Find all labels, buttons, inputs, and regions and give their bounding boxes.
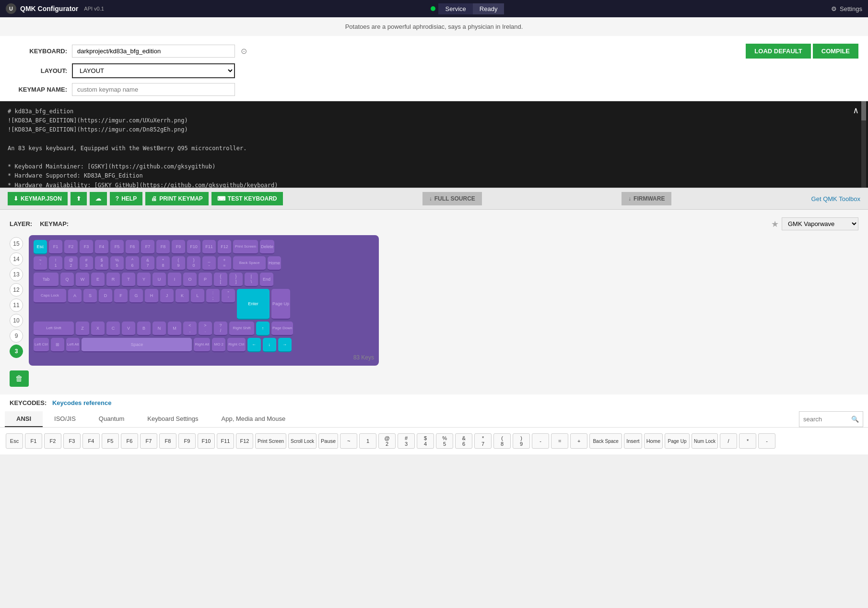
kc-f11[interactable]: F11 bbox=[217, 433, 234, 449]
test-keyboard-button[interactable]: ⌨ TEST KEYBOARD bbox=[211, 192, 283, 205]
load-default-button[interactable]: LOAD DEFAULT bbox=[746, 44, 810, 59]
key-p[interactable]: P bbox=[199, 273, 212, 287]
kc-7[interactable]: *7 bbox=[474, 433, 492, 449]
key-mo2[interactable]: MO 2 bbox=[212, 338, 225, 352]
ready-button[interactable]: Ready bbox=[473, 3, 504, 14]
key-3[interactable]: #3 bbox=[80, 256, 93, 271]
key-f[interactable]: F bbox=[114, 289, 128, 303]
key-backspace[interactable]: Back Space bbox=[233, 256, 266, 271]
key-r[interactable]: R bbox=[106, 273, 120, 287]
key-f5[interactable]: F5 bbox=[110, 240, 124, 254]
key-pagedown[interactable]: Page Down bbox=[271, 322, 293, 336]
key-z[interactable]: Z bbox=[76, 322, 89, 336]
key-8[interactable]: *8 bbox=[156, 256, 170, 271]
key-right-alt[interactable]: Right Alt bbox=[194, 338, 210, 352]
layer-14[interactable]: 14 bbox=[10, 252, 23, 266]
key-right-ctrl[interactable]: Right Ctrl bbox=[227, 338, 245, 352]
key-f7[interactable]: F7 bbox=[141, 240, 154, 254]
readme-collapse-button[interactable]: ∧ bbox=[853, 105, 858, 115]
kc-f9[interactable]: F9 bbox=[178, 433, 196, 449]
key-down[interactable]: ↓ bbox=[263, 338, 276, 352]
firmware-button[interactable]: ↓ FIRMWARE bbox=[622, 192, 671, 205]
get-toolbox-link[interactable]: Get QMK Toolbox bbox=[811, 195, 860, 203]
kc-2[interactable]: @2 bbox=[378, 433, 396, 449]
key-delete[interactable]: Delete bbox=[260, 240, 274, 254]
key-left-ctrl[interactable]: Left Ctrl bbox=[34, 338, 49, 352]
kc-pause[interactable]: Pause bbox=[318, 433, 338, 449]
tab-ansi[interactable]: ANSI bbox=[5, 411, 43, 427]
key-f6[interactable]: F6 bbox=[126, 240, 139, 254]
key-u[interactable]: U bbox=[152, 273, 166, 287]
keycodes-search-input[interactable] bbox=[803, 416, 851, 423]
keyboard-select[interactable]: darkproject/kd83a_bfg_edition bbox=[72, 45, 235, 58]
key-i[interactable]: I bbox=[168, 273, 181, 287]
key-f3[interactable]: F3 bbox=[80, 240, 93, 254]
key-f11[interactable]: F11 bbox=[202, 240, 216, 254]
layer-10[interactable]: 10 bbox=[10, 314, 23, 327]
key-0[interactable]: )0 bbox=[187, 256, 200, 271]
kc-num-mult[interactable]: * bbox=[739, 433, 756, 449]
key-equals[interactable]: += bbox=[218, 256, 231, 271]
key-f2[interactable]: F2 bbox=[64, 240, 78, 254]
key-quote[interactable]: "' bbox=[222, 289, 235, 303]
key-7[interactable]: &7 bbox=[141, 256, 154, 271]
kc-print-screen[interactable]: Print Screen bbox=[255, 433, 286, 449]
key-capslock[interactable]: Caps Lock bbox=[34, 289, 66, 303]
key-9[interactable]: (9 bbox=[172, 256, 185, 271]
key-c[interactable]: C bbox=[106, 322, 120, 336]
tab-keyboard-settings[interactable]: Keyboard Settings bbox=[136, 411, 210, 427]
key-2[interactable]: @2 bbox=[64, 256, 78, 271]
key-f1[interactable]: F1 bbox=[49, 240, 62, 254]
kc-f7[interactable]: F7 bbox=[140, 433, 157, 449]
key-f12[interactable]: F12 bbox=[218, 240, 231, 254]
key-m[interactable]: M bbox=[168, 322, 181, 336]
key-t[interactable]: T bbox=[122, 273, 135, 287]
key-h[interactable]: H bbox=[145, 289, 158, 303]
keycodes-reference-link[interactable]: Keycodes reference bbox=[52, 399, 112, 406]
download-keymap-button[interactable]: ⬇ KEYMAP.JSON bbox=[8, 192, 68, 205]
full-source-button[interactable]: ↓ FULL SOURCE bbox=[422, 192, 482, 205]
settings-area[interactable]: ⚙ Settings bbox=[831, 5, 862, 12]
layer-13[interactable]: 13 bbox=[10, 268, 23, 281]
key-slash[interactable]: ?/ bbox=[214, 322, 227, 336]
delete-layer-button[interactable]: 🗑 bbox=[10, 370, 29, 387]
key-6[interactable]: ^6 bbox=[126, 256, 139, 271]
kc-pageup[interactable]: Page Up bbox=[665, 433, 690, 449]
print-keymap-button[interactable]: 🖨 PRINT KEYMAP bbox=[145, 192, 209, 205]
kc-plus[interactable]: = bbox=[551, 433, 568, 449]
key-x[interactable]: X bbox=[91, 322, 105, 336]
key-l[interactable]: L bbox=[191, 289, 204, 303]
key-q[interactable]: Q bbox=[60, 273, 74, 287]
layout-select[interactable]: LAYOUT bbox=[72, 63, 235, 78]
key-backslash[interactable]: |\ bbox=[245, 273, 258, 287]
key-y[interactable]: Y bbox=[137, 273, 151, 287]
kc-f3[interactable]: F3 bbox=[63, 433, 81, 449]
key-o[interactable]: O bbox=[183, 273, 197, 287]
kc-f4[interactable]: F4 bbox=[82, 433, 100, 449]
kc-numlock[interactable]: Num Lock bbox=[692, 433, 718, 449]
kc-esc[interactable]: Esc bbox=[6, 433, 23, 449]
key-v[interactable]: V bbox=[122, 322, 135, 336]
kc-6[interactable]: &6 bbox=[455, 433, 472, 449]
key-left[interactable]: ← bbox=[247, 338, 261, 352]
kc-backspace[interactable]: Back Space bbox=[589, 433, 622, 449]
layer-12[interactable]: 12 bbox=[10, 283, 23, 297]
service-button[interactable]: Service bbox=[438, 3, 472, 14]
kc-f5[interactable]: F5 bbox=[102, 433, 119, 449]
kc-8[interactable]: (8 bbox=[493, 433, 511, 449]
key-tab[interactable]: Tab bbox=[34, 273, 59, 287]
layer-11[interactable]: 11 bbox=[10, 298, 23, 312]
key-f8[interactable]: F8 bbox=[156, 240, 170, 254]
key-esc[interactable]: Esc bbox=[34, 240, 47, 254]
kc-num-slash[interactable]: / bbox=[720, 433, 737, 449]
key-n[interactable]: N bbox=[152, 322, 166, 336]
key-a[interactable]: A bbox=[68, 289, 82, 303]
key-minus[interactable]: _- bbox=[202, 256, 216, 271]
key-period[interactable]: >. bbox=[199, 322, 212, 336]
kc-3[interactable]: #3 bbox=[398, 433, 415, 449]
kc-f8[interactable]: F8 bbox=[159, 433, 176, 449]
kc-insert[interactable]: Insert bbox=[624, 433, 642, 449]
key-right-shift[interactable]: Right Shift bbox=[229, 322, 254, 336]
key-left-shift[interactable]: Left Shift bbox=[34, 322, 74, 336]
tab-quantum[interactable]: Quantum bbox=[87, 411, 136, 427]
